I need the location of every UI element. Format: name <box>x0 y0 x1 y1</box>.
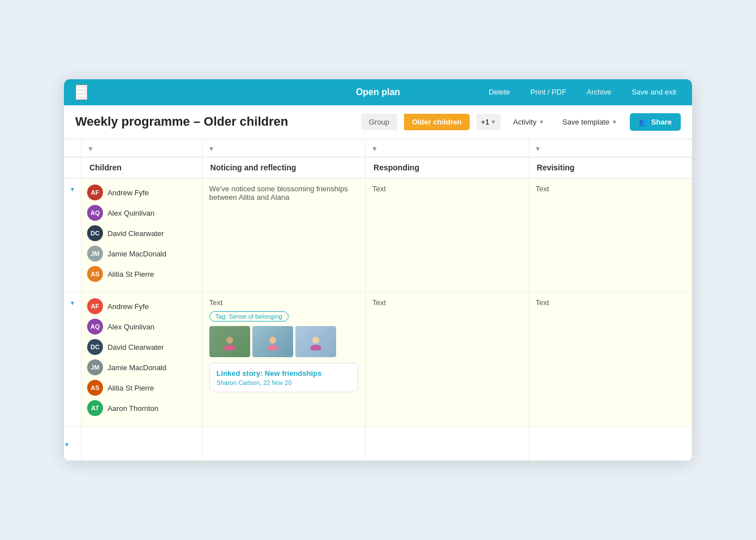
list-item: DC David Clearwater <box>87 339 196 355</box>
avatar: JM <box>87 359 103 375</box>
children-column-header: Children <box>81 157 202 179</box>
child-name: Alitia St Pierre <box>108 270 154 278</box>
avatar: AF <box>87 298 103 314</box>
photo-strip <box>209 326 358 357</box>
filter-chevron-icon-4: ▼ <box>535 145 542 153</box>
archive-button[interactable]: Archive <box>582 85 616 98</box>
avatar: AS <box>87 266 103 282</box>
avatar: JM <box>87 246 103 262</box>
responding-cell-1[interactable]: Text <box>366 178 529 293</box>
page-title: Weekly programme – Older children <box>75 114 354 129</box>
child-name: Jamie MacDonald <box>108 250 166 258</box>
list-item: AQ Alex Quinlivan <box>87 205 196 221</box>
noticing-text-2: Text <box>209 298 358 307</box>
photo-icon-3 <box>304 333 327 350</box>
list-item: AF Andrew Fyfe <box>87 185 196 200</box>
filter-row: ▼ ▼ ▼ ▼ <box>64 139 692 157</box>
child-name: Andrew Fyfe <box>108 188 149 197</box>
avatar: AS <box>87 380 103 396</box>
list-item: AT Aaron Thornton <box>87 400 196 416</box>
row-toggle-3[interactable]: ▼ <box>64 442 70 448</box>
avatar: AF <box>87 185 103 200</box>
noticing-cell-1[interactable]: We've noticed some blossoming frienships… <box>202 178 365 293</box>
list-item: JM Jamie MacDonald <box>87 359 196 375</box>
row-toggle-2[interactable]: ▼ <box>70 300 75 306</box>
filter-chevron-icon-2: ▼ <box>208 145 215 153</box>
plus-one-button[interactable]: +1 ▼ <box>476 114 501 130</box>
svg-point-5 <box>310 345 321 350</box>
plan-table: ▼ ▼ ▼ ▼ <box>64 139 692 461</box>
photo-thumb-2 <box>252 326 293 357</box>
child-name: Jamie MacDonald <box>108 363 166 372</box>
chevron-down-icon: ▼ <box>491 119 496 125</box>
menu-icon[interactable]: ☰ <box>75 84 88 100</box>
photo-icon-1 <box>218 333 241 350</box>
avatar: DC <box>87 339 103 355</box>
noticing-cell-2[interactable]: Text Tag: Sense of belonging <box>202 293 365 427</box>
row-toggle-cell-2: ▼ <box>64 293 81 427</box>
notice-filter-dropdown[interactable]: ▼ <box>208 145 215 153</box>
revisiting-column-header: Revisiting <box>529 157 691 179</box>
child-name: David Clearwater <box>108 229 164 238</box>
main-window: ☰ Open plan Delete Print / PDF Archive S… <box>64 79 692 461</box>
linked-story-title: Linked story: New friendships <box>217 369 351 378</box>
list-item: JM Jamie MacDonald <box>87 246 196 262</box>
subheader: Weekly programme – Older children Group … <box>64 105 692 139</box>
svg-point-2 <box>269 337 276 344</box>
revisiting-cell-2[interactable]: Text <box>529 293 691 427</box>
revisiting-text-2: Text <box>536 298 549 307</box>
responding-text-2: Text <box>372 298 386 307</box>
table-row: ▼ AF Andrew Fyfe AQ Alex Quinlivan DC Da… <box>64 293 692 427</box>
navbar-title: Open plan <box>356 87 400 97</box>
photo-thumb-3 <box>295 326 336 357</box>
noticing-text-1: We've noticed some blossoming frienships… <box>209 185 348 202</box>
photo-icon-2 <box>261 333 284 350</box>
filter-chevron-icon-3: ▼ <box>371 145 378 153</box>
list-item: DC David Clearwater <box>87 225 196 241</box>
share-button[interactable]: 👥 Share <box>630 113 681 131</box>
revisit-filter-dropdown[interactable]: ▼ <box>535 145 542 153</box>
children-filter-dropdown[interactable]: ▼ <box>87 145 94 153</box>
child-name: Alitia St Pierre <box>108 384 154 392</box>
save-template-dropdown-button[interactable]: Save template ▼ <box>557 114 623 130</box>
save-exit-button[interactable]: Save and exit <box>627 85 681 98</box>
avatar: DC <box>87 225 103 241</box>
delete-button[interactable]: Delete <box>484 85 515 98</box>
respond-filter-dropdown[interactable]: ▼ <box>371 145 378 153</box>
svg-point-0 <box>226 337 233 344</box>
print-pdf-button[interactable]: Print / PDF <box>526 85 571 98</box>
save-template-chevron-icon: ▼ <box>612 119 617 125</box>
child-name: David Clearwater <box>108 343 164 352</box>
navbar-actions: Delete Print / PDF Archive Save and exit <box>484 85 681 98</box>
svg-point-3 <box>267 345 278 350</box>
child-name: Alex Quinlivan <box>108 209 154 217</box>
avatar: AQ <box>87 319 103 335</box>
revisiting-cell-1[interactable]: Text <box>529 178 691 293</box>
noticing-column-header: Noticing and reflecting <box>202 157 365 179</box>
share-icon: 👥 <box>639 118 648 126</box>
row-toggle-cell-1: ▼ <box>64 178 81 293</box>
older-children-tab-button[interactable]: Older children <box>404 114 470 130</box>
tag-badge: Tag: Sense of belonging <box>209 311 289 322</box>
activity-chevron-icon: ▼ <box>539 119 544 125</box>
table-row-empty: ▼ <box>64 427 692 461</box>
navbar: ☰ Open plan Delete Print / PDF Archive S… <box>64 79 692 105</box>
responding-text-1: Text <box>372 185 386 193</box>
list-item: AS Alitia St Pierre <box>87 380 196 396</box>
photo-thumb-1 <box>209 326 250 357</box>
column-header-row: Children Noticing and reflecting Respond… <box>64 157 692 179</box>
child-name: Aaron Thornton <box>108 404 158 413</box>
group-tab-button[interactable]: Group <box>361 114 397 130</box>
linked-story-meta: Sharon Carlson, 22 Nov 20 <box>217 379 351 386</box>
children-cell-1: AF Andrew Fyfe AQ Alex Quinlivan DC Davi… <box>81 178 202 293</box>
avatar: AT <box>87 400 103 416</box>
row-toggle-1[interactable]: ▼ <box>70 186 75 192</box>
activity-dropdown-button[interactable]: Activity ▼ <box>508 114 550 130</box>
list-item: AS Alitia St Pierre <box>87 266 196 282</box>
filter-chevron-icon: ▼ <box>87 145 94 153</box>
responding-cell-2[interactable]: Text <box>366 293 529 427</box>
children-cell-2: AF Andrew Fyfe AQ Alex Quinlivan DC Davi… <box>81 293 202 427</box>
linked-story-card[interactable]: Linked story: New friendships Sharon Car… <box>209 363 358 392</box>
avatar: AQ <box>87 205 103 221</box>
child-name: Andrew Fyfe <box>108 302 149 311</box>
